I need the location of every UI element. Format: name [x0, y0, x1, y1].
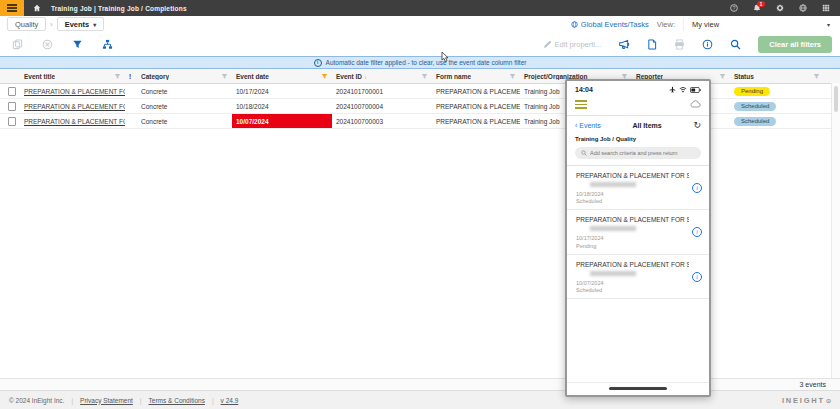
module-breadcrumb-quality[interactable]: Quality [7, 17, 46, 31]
export-document-icon[interactable] [647, 39, 657, 50]
event-title-link[interactable]: PREPARATION & PLACEMENT FOR S... [24, 118, 125, 125]
hierarchy-icon[interactable] [102, 39, 113, 50]
privacy-statement-link[interactable]: Privacy Statement [80, 397, 133, 404]
row-checkbox[interactable] [8, 102, 16, 111]
table-row[interactable]: PREPARATION & PLACEMENT FOR S... Concret… [0, 84, 840, 99]
table-row[interactable]: PREPARATION & PLACEMENT FOR S... Concret… [0, 99, 840, 114]
auto-filter-banner: i Automatic date filter applied - to cle… [0, 56, 840, 69]
active-filter-funnel-icon[interactable] [321, 73, 328, 80]
event-date-cell-overdue: 10/07/2024 [232, 114, 332, 128]
column-chooser-icon[interactable] [824, 69, 832, 83]
info-icon[interactable]: i [692, 183, 702, 193]
main-menu-button[interactable] [0, 0, 24, 16]
column-header-event-title[interactable]: Event title [20, 69, 125, 83]
phone-event-list: PREPARATION & PLACEMENT FOR S... 10/18/2… [567, 166, 709, 383]
phone-context-label: Training Job / Quality [567, 132, 709, 144]
home-icon[interactable] [33, 4, 41, 12]
phone-menu-button[interactable] [575, 100, 587, 109]
toolbar-right: Edit properti... Clear all filters [543, 36, 840, 53]
column-header-status[interactable]: Status [730, 69, 824, 83]
column-header-event-id[interactable]: Event ID ↓ [332, 69, 432, 83]
scrollbar-handle[interactable] [834, 86, 838, 112]
status-badge: Scheduled [734, 102, 776, 111]
terms-conditions-link[interactable]: Terms & Conditions [149, 397, 205, 404]
redacted-text [590, 182, 636, 187]
phone-status-icons [669, 86, 701, 93]
column-header-priority[interactable]: ! [125, 69, 137, 83]
status-badge: Pending [734, 87, 770, 96]
column-header-event-date[interactable]: Event date [232, 69, 332, 83]
row-checkbox[interactable] [8, 87, 16, 96]
search-icon[interactable] [730, 39, 741, 50]
event-title-link[interactable]: PREPARATION & PLACEMENT FOR S... [24, 103, 125, 110]
event-title-link[interactable]: PREPARATION & PLACEMENT FOR S... [24, 88, 125, 95]
topbar-actions: ? 1 [730, 4, 830, 12]
info-icon[interactable]: i [692, 272, 702, 282]
info-icon[interactable]: i [692, 227, 702, 237]
column-header-form-name[interactable]: Form name [432, 69, 520, 83]
phone-event-status: Scheduled [576, 287, 689, 293]
filter-funnel-icon[interactable] [221, 73, 228, 80]
cancel-event-icon[interactable] [42, 39, 53, 50]
filter-icon[interactable] [72, 39, 83, 50]
phone-search-box[interactable] [575, 147, 701, 159]
phone-home-indicator [609, 387, 667, 390]
row-checkbox[interactable] [8, 117, 16, 126]
view-dropdown[interactable]: My view ▾ [683, 18, 834, 31]
phone-app-header [567, 95, 709, 115]
list-item[interactable]: PREPARATION & PLACEMENT FOR S... 10/18/2… [567, 166, 709, 211]
list-item[interactable]: PREPARATION & PLACEMENT FOR S... 10/07/2… [567, 255, 709, 300]
filter-funnel-icon[interactable] [509, 73, 516, 80]
phone-event-date: 10/07/2024 [576, 280, 689, 286]
refresh-icon[interactable]: ↻ [693, 122, 701, 129]
page-selector-events[interactable]: Events ▾ [57, 17, 105, 31]
filter-funnel-icon[interactable] [421, 73, 428, 80]
list-item[interactable]: PREPARATION & PLACEMENT FOR S... 10/17/2… [567, 210, 709, 255]
notifications-bell-icon[interactable]: 1 [753, 4, 761, 12]
table-row[interactable]: PREPARATION & PLACEMENT FOR S... Concret… [0, 114, 840, 129]
event-date-cell: 10/18/2024 [232, 99, 332, 113]
globe-small-icon [571, 21, 578, 28]
event-date-cell: 10/17/2024 [232, 84, 332, 98]
help-icon[interactable]: ? [730, 4, 738, 12]
cloud-sync-icon[interactable] [689, 100, 701, 108]
footer-divider: | [140, 397, 142, 404]
sort-descending-icon[interactable]: ↓ [364, 73, 367, 80]
top-bar: Training Job | Training Job / Completion… [0, 0, 840, 16]
banner-text: Automatic date filter applied - to clear… [326, 59, 527, 66]
announcement-megaphone-icon[interactable] [618, 39, 630, 50]
apps-grid-icon[interactable] [822, 4, 830, 12]
wifi-icon [679, 86, 687, 93]
filter-funnel-icon[interactable] [719, 73, 726, 80]
globe-icon[interactable] [799, 4, 807, 12]
back-to-events-link[interactable]: ‹ Events [575, 122, 601, 129]
form-name-cell: PREPARATION & PLACEMENT FOR S... [432, 99, 520, 113]
event-id-cell: 2024100700004 [332, 99, 432, 113]
print-icon[interactable] [674, 39, 685, 50]
version-link[interactable]: v 24.9 [221, 397, 239, 404]
global-events-tasks-link[interactable]: Global Events/Tasks [571, 20, 649, 29]
priority-cell [125, 114, 137, 128]
airplane-mode-icon [669, 86, 676, 93]
vertical-scrollbar[interactable] [831, 83, 840, 378]
chevron-down-icon: ▾ [93, 21, 96, 28]
filter-funnel-icon[interactable] [114, 73, 121, 80]
status-badge: Scheduled [734, 117, 776, 126]
filter-funnel-icon[interactable] [813, 73, 820, 80]
row-checkbox-cell [0, 84, 20, 98]
redacted-text [590, 271, 636, 276]
info-icon[interactable] [702, 39, 713, 50]
banner-info-icon: i [314, 59, 322, 67]
phone-search-input[interactable] [590, 150, 695, 156]
event-id-cell: 2024100700003 [332, 114, 432, 128]
page-selector-label: Events [65, 20, 90, 29]
column-header-category[interactable]: Category [137, 69, 232, 83]
global-link-label: Global Events/Tasks [581, 20, 649, 29]
phone-event-date: 10/18/2024 [576, 191, 689, 197]
clear-all-filters-button[interactable]: Clear all filters [758, 36, 832, 53]
edit-properties-button[interactable]: Edit properti... [543, 40, 602, 49]
copy-event-icon[interactable] [12, 39, 23, 50]
redacted-text [590, 226, 636, 231]
settings-gear-icon[interactable] [776, 4, 784, 12]
footer-divider: | [212, 397, 214, 404]
